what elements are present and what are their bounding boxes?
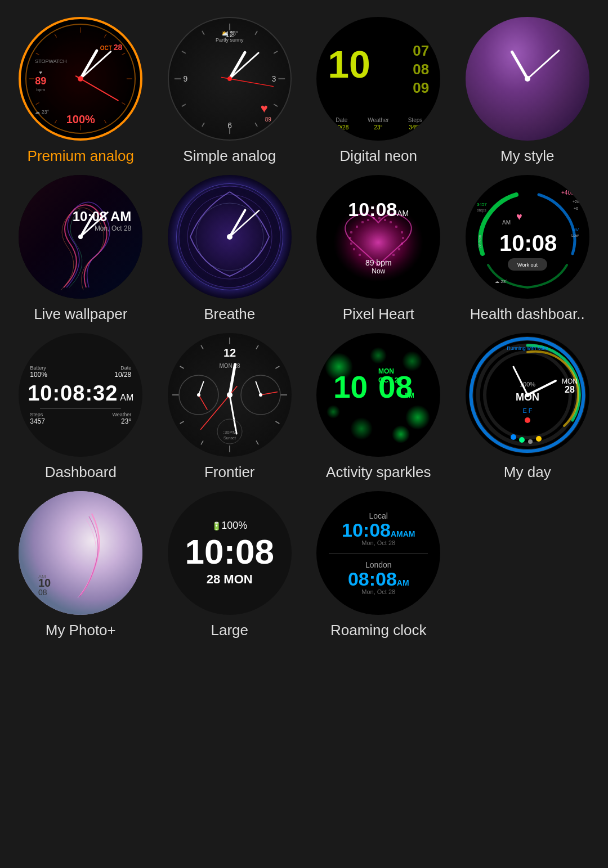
watch-label-health-dashboard: Health dashboar.. — [470, 305, 585, 323]
svg-text:+6: +6 — [574, 206, 578, 210]
svg-line-7 — [55, 120, 56, 123]
svg-line-95 — [201, 345, 203, 349]
svg-line-33 — [230, 53, 258, 79]
svg-point-102 — [197, 393, 200, 397]
svg-text:Low: Low — [571, 233, 579, 237]
ph-bpm: 89 bpm — [365, 258, 392, 267]
dn-weather: 23° — [374, 124, 382, 131]
watch-item-roaming-clock[interactable]: Local 10:08AMAM Mon, Oct 28 London 08:08… — [309, 491, 448, 639]
watch-face-roaming-clock: Local 10:08AMAM Mon, Oct 28 London 08:08… — [316, 491, 440, 615]
svg-line-26 — [182, 51, 186, 53]
svg-text:Sunset: Sunset — [223, 436, 236, 440]
svg-line-85 — [256, 345, 258, 349]
svg-text:AM: AM — [404, 392, 414, 399]
watch-item-health-dashboard[interactable]: 3457 steps +405 +28 +6 UV Low AM 10:08 ♥… — [458, 175, 597, 323]
svg-line-17 — [255, 31, 257, 35]
watch-item-large[interactable]: 🔋100% 10:08 28 MON Large — [160, 491, 299, 639]
svg-point-142 — [19, 491, 142, 615]
watch-label-my-photo: My Photo+ — [46, 622, 116, 639]
watch-item-frontier[interactable]: 12 MON 28 :30 — [160, 333, 299, 481]
lf-battery: 🔋100% — [212, 520, 247, 532]
watch-face-premium-analog: OCT 28 STOPWATCH ♥ 89 bpm ☁ 23° 100% — [19, 17, 142, 141]
svg-rect-63 — [353, 248, 355, 250]
svg-line-37 — [527, 51, 559, 79]
svg-line-27 — [202, 31, 204, 35]
watch-item-pixel-heart[interactable]: 10:08AM 89 bpm Now Pixel Heart — [309, 175, 448, 323]
svg-line-92 — [180, 421, 184, 424]
svg-line-13 — [81, 52, 111, 79]
svg-point-136 — [519, 437, 525, 443]
watch-label-breathe: Breathe — [204, 305, 255, 323]
watch-item-digital-neon[interactable]: 10 07 08 09 Date 10/28 Weather 23° Steps… — [309, 17, 448, 165]
svg-point-137 — [528, 439, 533, 444]
watch-label-pixel-heart: Pixel Heart — [343, 305, 414, 323]
watch-item-activity-sparkles[interactable]: 10 08 MON OCT 28 AM Activity sparkles — [309, 333, 448, 481]
svg-text:6: 6 — [227, 122, 232, 130]
watch-grid: OCT 28 STOPWATCH ♥ 89 bpm ☁ 23° 100% Pre… — [0, 0, 608, 656]
watch-face-pixel-heart: 10:08AM 89 bpm Now — [316, 175, 440, 299]
rc-local-date: Mon, Oct 28 — [316, 539, 440, 546]
svg-text:MON: MON — [378, 367, 394, 375]
watch-label-premium-analog: Premium analog — [28, 147, 134, 165]
svg-line-12 — [81, 51, 97, 79]
watch-item-dashboard[interactable]: Battery 100% Date 10/28 10:08:32 AM Step… — [11, 333, 150, 481]
svg-line-2 — [122, 53, 126, 55]
svg-text:28 Mon: 28 Mon — [478, 235, 482, 248]
watch-item-my-style[interactable]: My style — [458, 17, 597, 165]
db-time: 10:08:32 — [28, 381, 118, 406]
watch-face-digital-neon: 10 07 08 09 Date 10/28 Weather 23° Steps… — [316, 17, 440, 141]
svg-line-100 — [199, 382, 204, 395]
svg-rect-57 — [350, 231, 352, 233]
watch-face-frontier: 12 MON 28 :30 — [168, 333, 292, 457]
watch-item-simple-analog[interactable]: 12 3 6 9 ⛅ 23°Partly sunny ♥ 89 Simple a… — [160, 17, 299, 165]
svg-rect-62 — [401, 242, 403, 245]
svg-text:10: 10 — [333, 370, 368, 404]
svg-point-47 — [227, 234, 233, 240]
watch-item-breathe[interactable]: Breathe — [160, 175, 299, 323]
watch-item-live-wallpaper[interactable]: 10:08 AM Mon, Oct 28 Live wallpaper — [11, 175, 150, 323]
svg-point-15 — [78, 76, 83, 82]
svg-text:AM: AM — [502, 219, 511, 226]
watch-label-my-day: My day — [504, 464, 551, 481]
svg-point-109 — [227, 392, 233, 398]
dn-time: 10 — [328, 45, 370, 83]
svg-text:MON: MON — [562, 377, 578, 385]
svg-point-105 — [259, 393, 262, 397]
svg-text:OCT 28: OCT 28 — [378, 376, 402, 384]
watch-item-premium-analog[interactable]: OCT 28 STOPWATCH ♥ 89 bpm ☁ 23° 100% Pre… — [11, 17, 150, 165]
svg-rect-60 — [402, 237, 404, 239]
svg-line-32 — [230, 52, 245, 79]
svg-text:MON 28: MON 28 — [219, 363, 240, 369]
watch-face-my-day: Running with Mike 100% MON E F MON 28 — [466, 333, 589, 457]
svg-line-1 — [105, 34, 106, 38]
svg-line-8 — [36, 102, 39, 104]
svg-rect-61 — [350, 242, 352, 245]
watch-item-my-day[interactable]: Running with Mike 100% MON E F MON 28 — [458, 333, 597, 481]
svg-line-23 — [202, 123, 204, 127]
svg-text:+405: +405 — [561, 190, 574, 196]
watch-face-large: 🔋100% 10:08 28 MON — [168, 491, 292, 615]
watch-face-activity-sparkles: 10 08 MON OCT 28 AM — [316, 333, 440, 457]
svg-point-119 — [392, 425, 410, 443]
svg-line-94 — [180, 366, 184, 368]
svg-line-11 — [55, 34, 56, 38]
watch-label-my-style: My style — [500, 147, 554, 165]
svg-line-103 — [256, 382, 261, 395]
svg-line-18 — [274, 51, 278, 53]
dn-steps: 3457 — [409, 124, 421, 131]
svg-rect-55 — [390, 221, 392, 223]
svg-text::30PM: :30PM — [223, 430, 236, 435]
watch-label-simple-analog: Simple analog — [183, 147, 276, 165]
dn-date: 10/28 — [334, 124, 348, 131]
rc-local-time: 10:08 — [342, 519, 391, 541]
rc-london-date: Mon, Oct 28 — [316, 588, 440, 595]
watch-face-health-dashboard: 3457 steps +405 +28 +6 UV Low AM 10:08 ♥… — [466, 175, 589, 299]
svg-text:♥: ♥ — [516, 211, 522, 222]
watch-item-my-photo[interactable]: 10 AM 08 My Photo+ — [11, 491, 150, 639]
svg-point-116 — [405, 405, 430, 430]
watch-face-simple-analog: 12 3 6 9 ⛅ 23°Partly sunny ♥ 89 — [168, 17, 292, 141]
svg-line-24 — [182, 104, 186, 106]
watch-label-live-wallpaper: Live wallpaper — [34, 305, 127, 323]
watch-face-my-photo: 10 AM 08 — [19, 491, 142, 615]
svg-text:steps: steps — [477, 208, 486, 213]
